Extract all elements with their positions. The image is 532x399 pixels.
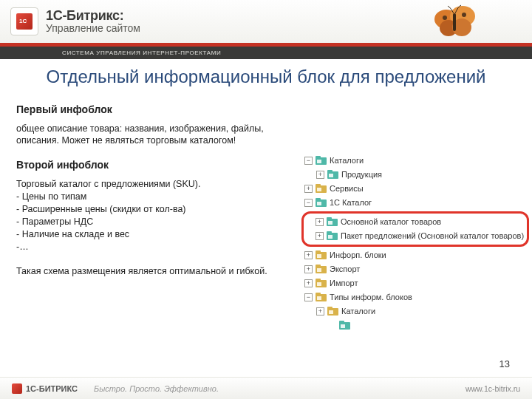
tree-row[interactable] bbox=[304, 318, 526, 332]
collapse-icon[interactable]: − bbox=[304, 157, 313, 165]
expand-icon[interactable]: + bbox=[304, 251, 313, 259]
folder-icon bbox=[316, 265, 327, 274]
tree-label: Сервисы bbox=[330, 184, 364, 193]
footer-brand: 1С-БИТРИКС bbox=[26, 384, 78, 393]
footer-tagline: Быстро. Просто. Эффективно. bbox=[94, 384, 219, 393]
collapse-icon[interactable]: − bbox=[304, 293, 313, 301]
tree-row[interactable]: +Пакет предложений (Основной каталог тов… bbox=[304, 229, 524, 243]
tree-label: 1С Каталог bbox=[330, 198, 372, 207]
footer-cube-icon bbox=[12, 383, 22, 394]
tree-row[interactable]: +Каталоги bbox=[304, 304, 526, 318]
expand-icon[interactable]: + bbox=[316, 171, 324, 179]
expand-icon[interactable]: + bbox=[316, 307, 324, 316]
collapse-icon[interactable]: − bbox=[304, 199, 313, 207]
brand-bottom: Управление сайтом bbox=[46, 23, 140, 34]
expand-icon[interactable]: + bbox=[304, 279, 313, 287]
slide-title: Отдельный информационный блок для предло… bbox=[37, 66, 495, 87]
sub-bar: СИСТЕМА УПРАВЛЕНИЯ ИНТЕРНЕТ-ПРОЕКТАМИ bbox=[0, 47, 532, 59]
svg-rect-6 bbox=[453, 13, 456, 31]
folder-icon bbox=[316, 198, 327, 208]
heading-first: Первый инфоблок bbox=[16, 103, 297, 115]
paragraph-summary: Такая схема размещения является оптималь… bbox=[16, 265, 297, 278]
tree-row[interactable]: −Типы информ. блоков bbox=[304, 290, 526, 304]
folder-icon bbox=[339, 321, 350, 330]
tree-label: Экспорт bbox=[330, 265, 360, 273]
tree-label: Каталоги bbox=[341, 307, 375, 316]
svg-point-1 bbox=[450, 6, 475, 27]
tree-row[interactable]: +Инфорп. блоки bbox=[304, 248, 526, 262]
folder-icon bbox=[316, 250, 327, 260]
header-bar: 1С-Битрикс: Управление сайтом bbox=[0, 0, 532, 43]
brand-text: 1С-Битрикс: Управление сайтом bbox=[46, 9, 140, 34]
folder-icon bbox=[327, 217, 338, 227]
page-number: 13 bbox=[499, 358, 510, 369]
folder-icon bbox=[327, 307, 338, 316]
expand-icon[interactable]: + bbox=[316, 218, 324, 226]
folder-icon bbox=[316, 279, 327, 288]
folder-icon bbox=[316, 293, 327, 302]
folder-icon bbox=[316, 184, 327, 194]
expander-blank bbox=[328, 321, 336, 330]
tree-label: Пакет предложений (Основной каталог това… bbox=[341, 231, 524, 240]
tree-label: Типы информ. блоков bbox=[330, 293, 412, 301]
paragraph-first: общее описание товара: названия, изображ… bbox=[16, 123, 297, 148]
tree-row[interactable]: −1С Каталог bbox=[304, 196, 526, 210]
tree-label: Основной каталог товаров bbox=[341, 217, 441, 226]
tree-row[interactable]: +Продукция bbox=[304, 168, 526, 182]
folder-icon bbox=[327, 231, 338, 241]
tree-panel: −Каталоги+Продукция+Сервисы−1С Каталог+О… bbox=[304, 100, 526, 332]
svg-point-4 bbox=[443, 16, 447, 20]
expand-icon[interactable]: + bbox=[304, 185, 313, 193]
svg-point-5 bbox=[462, 13, 466, 17]
folder-icon bbox=[316, 156, 327, 166]
tree-label: Каталоги bbox=[330, 156, 364, 165]
left-column: Первый инфоблок общее описание товара: н… bbox=[16, 100, 304, 332]
content-area: Первый инфоблок общее описание товара: н… bbox=[0, 100, 532, 332]
footer-bar: 1С-БИТРИКС Быстро. Просто. Эффективно. w… bbox=[0, 377, 532, 399]
tree-highlight-box: +Основной каталог товаров+Пакет предложе… bbox=[301, 211, 529, 247]
footer-url: www.1c-bitrix.ru bbox=[466, 384, 520, 393]
logo-box bbox=[10, 7, 38, 35]
expand-icon[interactable]: + bbox=[304, 265, 313, 273]
footer-logo: 1С-БИТРИКС bbox=[12, 383, 78, 394]
tree-row[interactable]: −Каталоги bbox=[304, 154, 526, 168]
expand-icon[interactable]: + bbox=[316, 232, 324, 240]
paragraph-second: Торговый каталог с предложениями (SKU). … bbox=[16, 178, 297, 253]
svg-point-3 bbox=[452, 18, 471, 36]
tree-label: Инфорп. блоки bbox=[330, 250, 386, 259]
brand-top: 1С-Битрикс: bbox=[46, 9, 140, 23]
svg-point-0 bbox=[434, 10, 458, 29]
tree-row[interactable]: +Основной каталог товаров bbox=[304, 215, 524, 229]
butterfly-icon bbox=[429, 3, 480, 40]
tree-row[interactable]: +Экспорт bbox=[304, 262, 526, 276]
tree-row[interactable]: +Сервисы bbox=[304, 182, 526, 196]
heading-second: Второй инфоблок bbox=[16, 159, 297, 171]
svg-point-2 bbox=[440, 20, 457, 36]
tree-label: Импорт bbox=[330, 279, 358, 287]
logo-cube-icon bbox=[16, 13, 33, 30]
tree-label: Продукция bbox=[341, 170, 382, 179]
tree-row[interactable]: +Импорт bbox=[304, 276, 526, 290]
folder-icon bbox=[327, 170, 338, 180]
